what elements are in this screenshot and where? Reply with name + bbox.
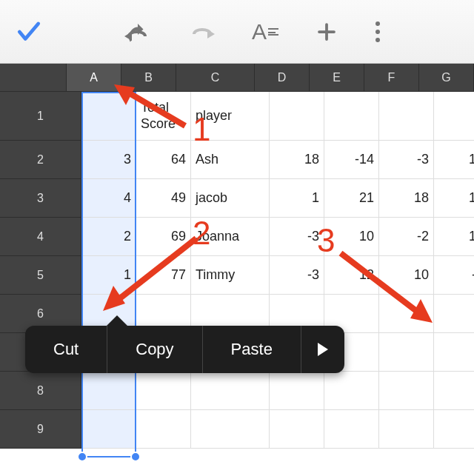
cell[interactable]: [434, 372, 474, 410]
cell[interactable]: [136, 410, 191, 449]
svg-point-4: [375, 38, 380, 42]
cell[interactable]: [136, 372, 191, 410]
table-row: 1 Total Score player: [0, 92, 474, 141]
svg-marker-1: [207, 30, 215, 38]
cell[interactable]: -14: [324, 141, 379, 179]
cell[interactable]: [191, 372, 270, 410]
column-headers: A B C D E F G: [0, 64, 474, 92]
confirm-check-icon[interactable]: [15, 18, 43, 46]
add-icon[interactable]: [316, 21, 338, 43]
col-header-f[interactable]: F: [364, 64, 419, 92]
cell[interactable]: 64: [136, 141, 191, 179]
svg-marker-0: [124, 32, 132, 41]
row-header[interactable]: 4: [0, 218, 81, 256]
redo-icon[interactable]: [188, 24, 215, 40]
col-header-g[interactable]: G: [419, 64, 474, 92]
cut-button[interactable]: Cut: [25, 326, 107, 373]
table-row: 9: [0, 410, 474, 449]
copy-button[interactable]: Copy: [107, 326, 202, 373]
cell[interactable]: [324, 92, 379, 141]
cell[interactable]: 4: [81, 179, 136, 218]
cell[interactable]: -3: [270, 256, 324, 295]
cell[interactable]: jacob: [191, 179, 270, 218]
annotation-arrow-icon: [333, 244, 444, 333]
svg-point-3: [375, 30, 380, 34]
cell[interactable]: 17: [434, 141, 474, 179]
cell[interactable]: -3: [270, 218, 324, 256]
cell[interactable]: [379, 410, 434, 449]
cell[interactable]: 18: [270, 141, 324, 179]
row-header[interactable]: 2: [0, 141, 81, 179]
paste-button[interactable]: Paste: [203, 326, 301, 373]
cell[interactable]: 49: [136, 179, 191, 218]
cell[interactable]: [324, 372, 379, 410]
cell[interactable]: [379, 372, 434, 410]
cell[interactable]: 21: [324, 179, 379, 218]
table-row: 8: [0, 372, 474, 410]
row-header[interactable]: 1: [0, 92, 81, 141]
cell[interactable]: [81, 372, 136, 410]
cell[interactable]: -3: [379, 141, 434, 179]
table-row: 3 4 49 jacob 1 21 18 18: [0, 179, 474, 218]
annotation-label: 3: [317, 222, 335, 259]
cell[interactable]: 18: [434, 179, 474, 218]
table-row: 2 3 64 Ash 18 -14 -3 17: [0, 141, 474, 179]
undo-icon[interactable]: [124, 21, 151, 42]
cell[interactable]: 18: [379, 179, 434, 218]
cell[interactable]: [270, 410, 324, 449]
cell[interactable]: [270, 92, 324, 141]
cell[interactable]: [270, 372, 324, 410]
annotation-label: 1: [193, 111, 210, 148]
row-header[interactable]: 9: [0, 410, 81, 449]
context-menu: Cut Copy Paste: [25, 326, 344, 373]
cell[interactable]: [191, 410, 270, 449]
svg-line-10: [341, 253, 422, 315]
select-all-corner[interactable]: [0, 64, 67, 92]
annotation-label: 2: [193, 215, 210, 252]
col-header-e[interactable]: E: [310, 64, 364, 92]
chevron-right-icon: [318, 343, 328, 356]
cell[interactable]: [434, 92, 474, 141]
svg-line-8: [113, 238, 196, 304]
row-header[interactable]: 5: [0, 256, 81, 295]
row-header[interactable]: 3: [0, 179, 81, 218]
svg-line-6: [124, 90, 185, 126]
toolbar: A: [0, 0, 474, 64]
cell[interactable]: [379, 92, 434, 141]
cell[interactable]: [379, 333, 434, 372]
cell[interactable]: [324, 410, 379, 449]
cell[interactable]: 1: [270, 179, 324, 218]
cell[interactable]: [434, 333, 474, 372]
row-header[interactable]: 8: [0, 372, 81, 410]
cell[interactable]: 3: [81, 141, 136, 179]
more-icon[interactable]: [375, 21, 381, 43]
text-format-icon[interactable]: A: [252, 19, 278, 44]
annotation-arrow-icon: [111, 81, 200, 141]
col-header-d[interactable]: D: [255, 64, 310, 92]
cell[interactable]: [434, 410, 474, 449]
svg-point-2: [375, 21, 380, 26]
svg-marker-5: [318, 343, 328, 356]
cell[interactable]: [81, 410, 136, 449]
